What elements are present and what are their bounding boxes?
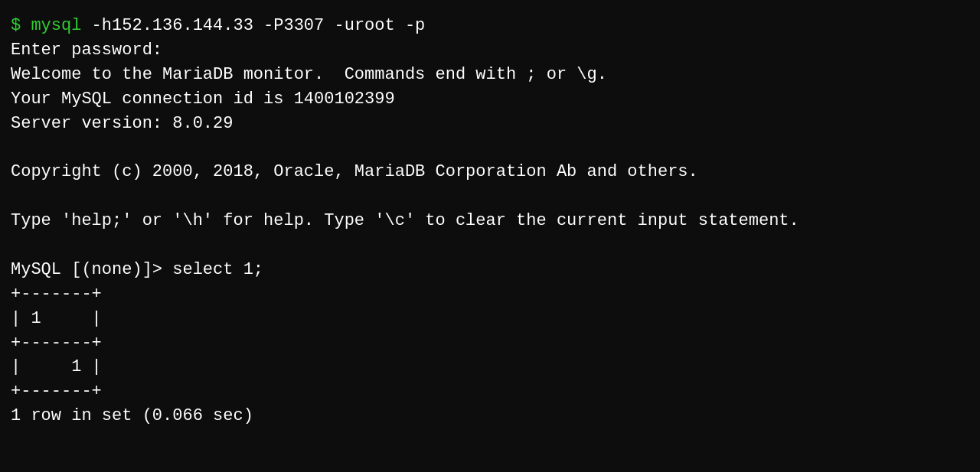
output-line-5: Copyright (c) 2000, 2018, Oracle, MariaD… <box>11 160 969 184</box>
table-header: | 1 | <box>11 307 969 331</box>
command-args: -h152.136.144.33 -P3307 -uroot -p <box>81 16 425 35</box>
prompt-symbol: $ <box>11 16 31 35</box>
output-line-4: Server version: 8.0.29 <box>11 112 969 136</box>
output-line-1: Enter password: <box>11 38 969 63</box>
output-line-3: Your MySQL connection id is 1400102399 <box>11 87 969 112</box>
result-summary: 1 row in set (0.066 sec) <box>11 404 969 428</box>
output-line-6: Type 'help;' or '\h' for help. Type '\c'… <box>11 209 969 233</box>
empty-line-2 <box>11 184 969 209</box>
table-row: | 1 | <box>11 355 969 379</box>
command-line: $ mysql -h152.136.144.33 -P3307 -uroot -… <box>11 14 969 38</box>
table-border-1: +-------+ <box>11 282 969 307</box>
empty-line-1 <box>11 135 969 160</box>
output-line-2: Welcome to the MariaDB monitor. Commands… <box>11 63 969 87</box>
mysql-prompt-line: MySQL [(none)]> select 1; <box>11 258 969 282</box>
empty-line-3 <box>11 233 969 258</box>
table-border-2: +-------+ <box>11 331 969 356</box>
terminal-window: $ mysql -h152.136.144.33 -P3307 -uroot -… <box>11 14 969 458</box>
command-text: mysql <box>31 16 81 35</box>
table-border-3: +-------+ <box>11 379 969 404</box>
